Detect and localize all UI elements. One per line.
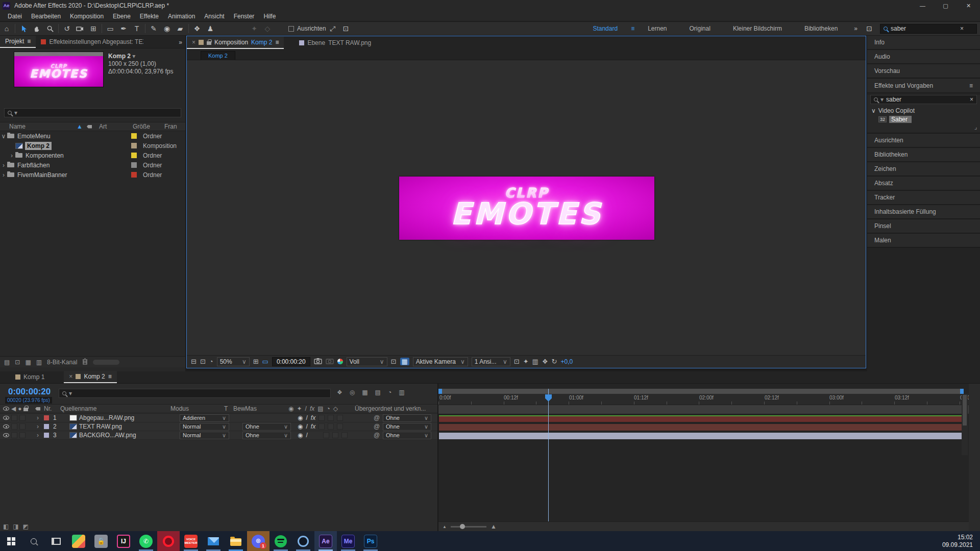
taskbar-search-button[interactable]	[22, 531, 45, 551]
target-region-icon[interactable]: ⊡	[391, 358, 397, 365]
comp-preview-thumbnail[interactable]: CLRP EMOTES	[14, 52, 104, 87]
search-clear-icon[interactable]: ×	[960, 25, 964, 32]
fast-preview-icon[interactable]: ✦	[523, 358, 529, 365]
label-chip[interactable]	[131, 143, 137, 148]
taskbar-app-mail[interactable]	[202, 531, 225, 551]
project-row-farbflaechen[interactable]: › Farbflächen Ordner	[0, 160, 185, 170]
bit-depth-button[interactable]: 8-Bit-Kanal	[47, 359, 77, 366]
work-area-end-handle[interactable]	[960, 389, 964, 394]
new-comp-icon[interactable]: ▦	[25, 359, 31, 366]
expand-layers-icon[interactable]: ◧	[3, 523, 9, 530]
timeline-zoom-slider[interactable]	[451, 526, 486, 528]
work-area-start-handle[interactable]	[438, 389, 442, 394]
col-bewmas[interactable]: BewMas	[233, 405, 284, 412]
fx-icon[interactable]: fx	[311, 423, 315, 430]
col-art[interactable]: Art	[92, 123, 133, 130]
parent-select[interactable]: Ohne ∨	[383, 432, 431, 439]
label-column-icon[interactable]	[35, 407, 40, 411]
taskbar-app-explorer[interactable]	[225, 531, 247, 551]
view-layout-select[interactable]: 1 Ansi... ∨	[472, 357, 510, 366]
panel-info[interactable]: Info	[867, 36, 980, 50]
start-button[interactable]	[0, 531, 22, 551]
col-modus[interactable]: Modus	[170, 405, 220, 412]
hand-tool-icon[interactable]	[30, 22, 43, 35]
quick-tab-komp2[interactable]: Komp 2	[201, 51, 235, 60]
panel-malen[interactable]: Malen	[867, 234, 980, 248]
solo-column-icon[interactable]: ●	[18, 405, 21, 412]
panel-menu-icon[interactable]: ≡	[108, 373, 112, 380]
pickwhip-icon[interactable]: @	[374, 432, 383, 439]
menu-bearbeiten[interactable]: Bearbeiten	[27, 13, 65, 20]
label-chip[interactable]	[44, 433, 49, 438]
panel-menu-icon[interactable]: ≡	[275, 39, 279, 46]
mask-visibility-icon[interactable]: ◔	[209, 358, 213, 365]
panel-inhaltsbasierte-fuellung[interactable]: Inhaltsbasierte Füllung	[867, 205, 980, 219]
video-column-icon[interactable]	[3, 407, 9, 411]
align-checkbox[interactable]	[288, 26, 294, 32]
tab-projekt[interactable]: Projekt ≡	[0, 36, 36, 48]
taskbar-app-audio-ring[interactable]	[292, 531, 314, 551]
col-parent[interactable]: Übergeordnet und verkn...	[355, 405, 431, 412]
audio-column-icon[interactable]: ◀	[11, 405, 16, 412]
workspace-standard[interactable]: Standard	[581, 25, 629, 32]
trash-icon[interactable]	[82, 358, 88, 366]
panel-vorschau[interactable]: Vorschau	[867, 64, 980, 79]
panel-pinsel[interactable]: Pinsel	[867, 219, 980, 234]
taskbar-app-media-encoder[interactable]: Me	[337, 531, 359, 551]
timeline-track-area[interactable]: 0:00f 00:12f 01:00f 01:12f 02:00f 02:12f…	[437, 384, 969, 531]
minimize-button[interactable]: —	[911, 0, 934, 11]
motion-blur-icon[interactable]: ◔	[388, 389, 391, 396]
frame-icon[interactable]: ⊡	[339, 22, 353, 35]
quality-icon[interactable]: /	[305, 405, 307, 412]
effects-search-input[interactable]	[886, 96, 952, 103]
label-chip[interactable]	[131, 153, 137, 158]
label-chip[interactable]	[131, 172, 137, 178]
label-chip[interactable]	[44, 415, 49, 420]
quality-icon[interactable]: /	[306, 423, 307, 430]
layer-bar-3[interactable]	[438, 432, 964, 440]
menu-datei[interactable]: Datei	[3, 13, 27, 20]
col-nr[interactable]: Nr.	[44, 405, 60, 412]
label-chip[interactable]	[44, 424, 49, 429]
project-row-komp2[interactable]: Komp 2 Komposition	[0, 141, 185, 151]
sort-asc-icon[interactable]: ▲	[77, 123, 87, 130]
layer-row-3[interactable]: › 3 BACKGRO...AW.png Normal ∨ Ohne ∨ ◉ /…	[0, 431, 437, 440]
panel-zeichen[interactable]: Zeichen	[867, 162, 980, 177]
taskbar-app-veracrypt[interactable]: 🔓	[90, 531, 112, 551]
channels-icon[interactable]	[337, 359, 343, 364]
taskbar-app-voicemeeter[interactable]: VOICE MEETER	[180, 531, 202, 551]
twirl-open-icon[interactable]: ∨	[871, 107, 876, 114]
lock-column-icon[interactable]	[23, 408, 28, 411]
effects-search[interactable]: ▾ ×	[870, 95, 977, 104]
panel-audio[interactable]: Audio	[867, 50, 980, 64]
eye-icon[interactable]	[3, 433, 9, 437]
taskbar-app-gallery[interactable]	[67, 531, 90, 551]
workspace-kleiner-bildschirm[interactable]: Kleiner Bildschirm	[722, 25, 793, 32]
workspace-menu-icon[interactable]: ≡	[629, 25, 636, 32]
pixel-aspect-icon[interactable]: ⊡	[514, 358, 520, 365]
col-quellenname[interactable]: Quellenname	[60, 405, 170, 412]
label-column-icon[interactable]	[87, 125, 92, 129]
menu-ebene[interactable]: Ebene	[108, 13, 135, 20]
menu-hilfe[interactable]: Hilfe	[259, 13, 280, 20]
graph-editor-icon[interactable]: ▥	[399, 389, 404, 396]
monitor-icon[interactable]: ⊡	[200, 358, 206, 365]
puppet-pin-tool-icon[interactable]: ♟	[204, 22, 217, 35]
reset-exposure-icon[interactable]: ↻	[552, 358, 557, 365]
panel-resize-corner-icon[interactable]: ⌟	[867, 123, 980, 132]
trkmat-select[interactable]: Ohne ∨	[242, 423, 291, 431]
effects-group-video-copilot[interactable]: ∨ Video Copilot	[867, 106, 980, 115]
timeline-tab-komp1[interactable]: Komp 1	[10, 371, 50, 383]
exposure-value[interactable]: +0,0	[560, 358, 573, 365]
expand-inout-icon[interactable]: ◩	[23, 523, 29, 530]
twirl-closed-icon[interactable]: ›	[37, 423, 39, 430]
work-area-bar[interactable]	[438, 389, 964, 394]
layer-row-2[interactable]: › 2 TEXT RAW.png Normal ∨ Ohne ∨ ◉ / fx …	[0, 422, 437, 431]
anchor-icon[interactable]: ◉	[298, 432, 303, 439]
clone-stamp-tool-icon[interactable]: ◉	[160, 22, 174, 35]
snapshot-camera-icon[interactable]	[314, 358, 322, 366]
parent-select[interactable]: Ohne ∨	[383, 414, 431, 422]
twirl-closed-icon[interactable]: ›	[37, 432, 39, 439]
motion-blur-icon[interactable]: ◔	[327, 405, 330, 412]
camera-tool-icon[interactable]	[74, 22, 87, 35]
